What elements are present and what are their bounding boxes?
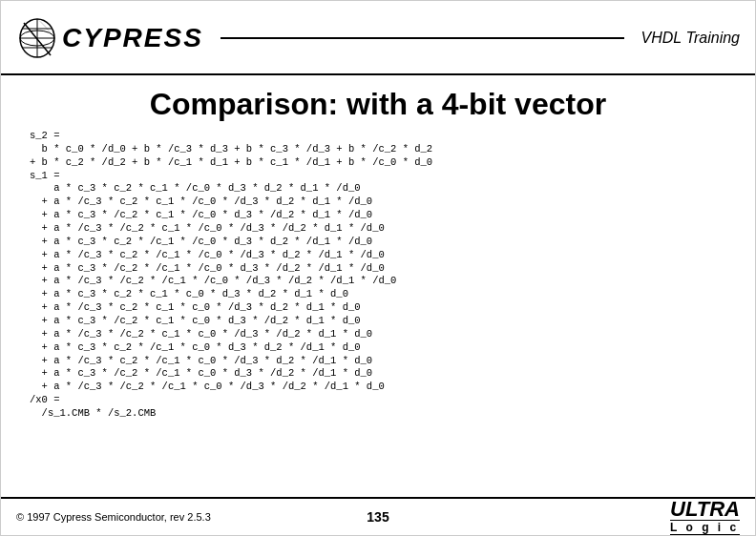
slide: CYPRESS VHDL Training Comparison: with a… — [0, 0, 756, 536]
page-number: 135 — [367, 509, 388, 525]
content-area: s_2 = b * c_0 * /d_0 + b * /c_3 * d_3 + … — [1, 130, 755, 497]
header-vhdl-title: VHDL Training — [641, 30, 740, 47]
logic-text: L o g i c — [670, 520, 740, 535]
ultra-logic-logo: ULTRA L o g i c — [670, 499, 740, 535]
logo-area: CYPRESS — [16, 13, 203, 63]
ultra-logic-text: ULTRA L o g i c — [670, 499, 740, 535]
cypress-globe-icon — [16, 13, 58, 63]
header: CYPRESS VHDL Training — [1, 1, 755, 75]
footer-inner: © 1997 Cypress Semiconductor, rev 2.5.3 … — [16, 499, 740, 535]
ultra-text: ULTRA — [670, 497, 740, 521]
code-content: s_2 = b * c_0 * /d_0 + b * /c_3 * d_3 + … — [30, 130, 726, 421]
copyright-text: © 1997 Cypress Semiconductor, rev 2.5.3 — [16, 511, 670, 523]
footer: © 1997 Cypress Semiconductor, rev 2.5.3 … — [1, 497, 755, 535]
cypress-logo-text: CYPRESS — [62, 23, 203, 53]
header-divider — [220, 37, 624, 39]
page-title: Comparison: with a 4-bit vector — [1, 75, 755, 130]
